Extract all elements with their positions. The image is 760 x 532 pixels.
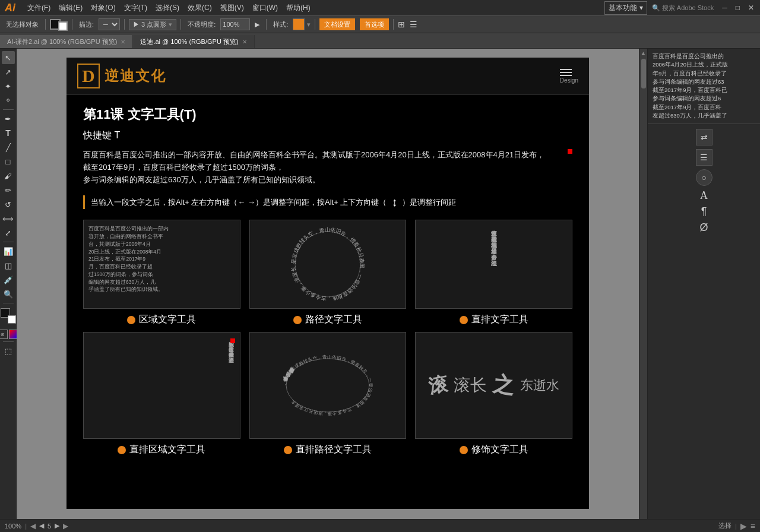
selection-tool[interactable]: ↖ [2, 51, 15, 64]
right-panel-text: 百度百科是百度公司推出的2006年4月20日上线，正式版年9月，百度百科已经收录… [648, 49, 760, 124]
rp-icon-arrows[interactable]: ⇄ [696, 129, 712, 145]
brush-preset[interactable]: ▶ 3 点圆形 ▾ [129, 19, 176, 30]
opacity-label: 不透明度: [185, 19, 218, 30]
opacity-input[interactable] [220, 18, 250, 30]
hamburger-icon[interactable] [560, 69, 578, 76]
keyboard-tip: 当输入一段文字之后，按Alt+ 左右方向键（← →）是调整字间距，按Alt+ 上… [83, 195, 572, 209]
background-color[interactable] [8, 315, 16, 324]
scroll-up-btn[interactable]: ▲ [641, 50, 647, 56]
tab-sudi[interactable]: 送迪.ai @ 100% (RGB/GPU 预览) ✕ [133, 35, 254, 48]
left-toolbox: ↖ ↗ ✦ ⌖ ✒ T ╱ □ 🖌 ✏ ↺ ⟺ ⤢ 📊 ◫ 💉 🔍 ⊘ ⬚ [0, 49, 17, 532]
direct-selection-tool[interactable]: ↗ [2, 65, 15, 78]
area-text-content: 百度百科是百度公司推出的一部内容开放，自由的网络百科全书平台，其测试版于2006… [88, 225, 169, 293]
scroll-thumb[interactable] [641, 59, 646, 88]
status-play-btn[interactable]: ▶ [740, 521, 747, 531]
lasso-tool[interactable]: ⌖ [2, 94, 15, 107]
page-next[interactable]: ▶ [55, 522, 59, 530]
canvas-area[interactable]: D 逆迪文化 Design 第11课 文字工具(T) 快捷键 T [17, 49, 639, 532]
mirror-tool[interactable]: ⟺ [2, 212, 15, 225]
menu-effect[interactable]: 效果(C) [184, 2, 216, 14]
tab-sudi-close[interactable]: ✕ [242, 39, 247, 45]
path-text-svg: 是非成败转头空，青山依旧在，惯看秋月春風，一壶浊酒喜相逢，古今多少事，滚滚长江东… [286, 223, 369, 306]
zoom-tool[interactable]: 🔍 [2, 287, 15, 300]
close-btn[interactable]: ✕ [745, 2, 758, 13]
menu-window[interactable]: 窗口(W) [249, 2, 281, 14]
menu-edit[interactable]: 编辑(E) [55, 2, 86, 14]
logo-mark: D [77, 64, 100, 88]
svg-text:是非成败转头空，青山依旧在，惯看秋月春風，一壶浊酒喜相逢，古: 是非成败转头空，青山依旧在，惯看秋月春風，一壶浊酒喜相逢，古今多少事，滚滚长江东… [286, 223, 365, 302]
pen-tool[interactable]: ✒ [2, 112, 15, 125]
vertical-area-demo: 非成败转头空，青山是依旧在，惯看秋月春風古今多少事，相逢一壶酒 直排区域文字工具 [83, 332, 240, 456]
tab-sudi-label: 送迪.ai @ 100% (RGB/GPU 预览) [140, 37, 238, 46]
vertical-scrollbar[interactable]: ▲ ▼ [639, 49, 647, 532]
prev-page-btn[interactable]: ◀ [30, 522, 36, 530]
description-block: 百度百科是百度公司推出的一部内容开放、自由的网络百科全书平台。其测试版于2006… [83, 149, 572, 186]
tab-ai-course-label: AI-课件2.ai @ 100% (RGB/GPU 预览) [7, 37, 117, 46]
vertical-path-name: 直排路径文字工具 [296, 444, 372, 456]
panel-icon[interactable]: ☰ [410, 20, 417, 29]
area-text-name: 区域文字工具 [139, 314, 196, 326]
menu-view[interactable]: 视图(V) [217, 2, 248, 14]
status-settings-btn[interactable]: ≡ [750, 521, 755, 531]
doc-settings-btn[interactable]: 文档设置 [319, 18, 355, 30]
type-tool[interactable]: T [2, 126, 15, 140]
gradient-tool[interactable]: ◫ [2, 259, 15, 272]
scale-tool[interactable]: ⤢ [2, 226, 15, 239]
scroll-track [639, 56, 647, 524]
eyedropper-tool[interactable]: 💉 [2, 273, 15, 286]
tool-divider2 [3, 242, 14, 242]
design-label: Design [560, 77, 578, 84]
divider2 [72, 19, 72, 30]
status-divider1: | [25, 522, 27, 530]
style-arrow[interactable]: ▾ [307, 21, 311, 28]
page-number[interactable]: 5 [48, 522, 51, 530]
content-area: 第11课 文字工具(T) 快捷键 T 百度百科是百度公司推出的一部内容开放、自由… [66, 95, 589, 467]
none-color[interactable]: ⊘ [0, 330, 8, 339]
menu-object[interactable]: 对象(O) [87, 2, 119, 14]
description-text: 百度百科是百度公司推出的一部内容开放、自由的网络百科全书平台。其测试版于2006… [83, 149, 572, 186]
deco-char4: 东逝水 [520, 376, 559, 394]
style-swatch[interactable] [293, 18, 305, 30]
path-text-dot [293, 316, 302, 324]
rotate-tool[interactable]: ↺ [2, 198, 15, 211]
pencil-tool[interactable]: ✏ [2, 183, 15, 197]
menu-file[interactable]: 文件(F) [24, 2, 54, 14]
path-text-demo: 是非成败转头空，青山依旧在，惯看秋月春風，一壶浊酒喜相逢，古今多少事，滚滚长江东… [249, 220, 407, 326]
divider5 [266, 19, 267, 30]
preferences-btn[interactable]: 首选项 [360, 18, 389, 30]
line-tool[interactable]: ╱ [2, 141, 15, 154]
paint-brush-tool[interactable]: 🖌 [2, 169, 15, 182]
rp-icon-text-a[interactable]: A [700, 189, 708, 202]
style-label: 样式: [271, 19, 290, 30]
vertical-path-svg: 是非成败转头空，青山依旧在，惯看秋月春風一壺濁酒喜相逢 是非成败转头空，青山依旧… [280, 338, 375, 433]
zoom-level[interactable]: 100% [5, 522, 21, 530]
search-stock[interactable]: 🔍 搜索 Adobe Stock [648, 4, 718, 12]
rect-tool[interactable]: □ [2, 155, 15, 168]
area-text-dot [127, 316, 135, 324]
menu-select[interactable]: 选择(S) [152, 2, 183, 14]
bottom-tools-row: 非成败转头空，青山是依旧在，惯看秋月春風古今多少事，相逢一壶酒 直排区域文字工具 [83, 332, 572, 456]
rp-icon-para[interactable]: ¶ [701, 205, 707, 218]
tab-ai-course[interactable]: AI-课件2.ai @ 100% (RGB/GPU 预览) ✕ [0, 35, 133, 48]
rp-icon-list[interactable]: ☰ [696, 149, 712, 166]
magic-wand-tool[interactable]: ✦ [2, 80, 15, 93]
next-page-btn[interactable]: ▶ [63, 522, 68, 530]
graph-tool[interactable]: 📊 [2, 245, 15, 258]
stroke-select[interactable]: ─ [99, 18, 120, 30]
page-prev[interactable]: ◀ [39, 522, 44, 530]
vertical-text-label: 直排文字工具 [415, 314, 572, 326]
tab-ai-course-close[interactable]: ✕ [121, 39, 125, 45]
artboard-tool[interactable]: ⬚ [2, 344, 15, 357]
rp-icon-char[interactable]: Ø [699, 221, 708, 234]
opacity-arrow[interactable]: ▶ [252, 20, 262, 30]
arrange-icon[interactable]: ⊞ [398, 20, 405, 29]
rp-icon-circle[interactable]: ○ [696, 169, 712, 186]
menu-text[interactable]: 文字(T) [121, 2, 151, 14]
menu-help[interactable]: 帮助(H) [283, 2, 314, 14]
svg-text:是非成败转头空，青山依旧在，惯看秋月，一壶浊酒喜相逢，古今多: 是非成败转头空，青山依旧在，惯看秋月，一壶浊酒喜相逢，古今多少事，滚滚长江东逝水 [286, 354, 373, 416]
brand-logo: D 逆迪文化 [77, 64, 166, 88]
maximize-btn[interactable]: □ [732, 2, 743, 13]
minimize-btn[interactable]: ─ [718, 2, 731, 13]
stroke-color[interactable] [58, 21, 68, 31]
workspace-selector[interactable]: 基本功能 ▾ [604, 1, 647, 15]
